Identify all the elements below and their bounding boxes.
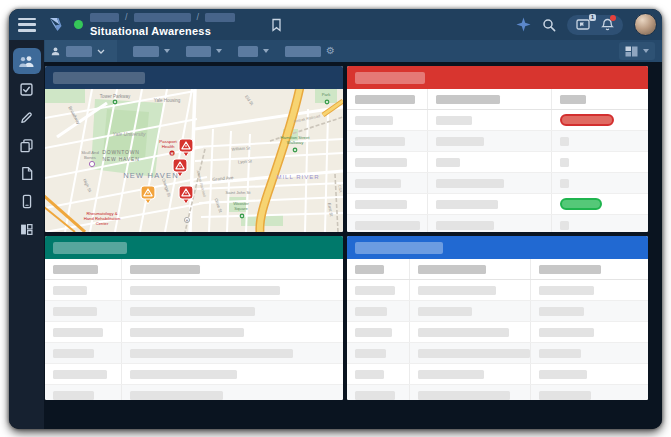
sidebar-item-tasks[interactable] [13, 76, 41, 102]
cell-value-placeholder [418, 286, 496, 295]
cell-value-placeholder [418, 391, 510, 400]
sidebar-item-edit[interactable] [13, 104, 41, 130]
sidebar-item-dashboard[interactable] [13, 216, 41, 242]
breadcrumb-item-placeholder[interactable] [134, 13, 191, 22]
table-row[interactable] [347, 280, 648, 301]
table-cell [552, 110, 648, 130]
table-cell [122, 301, 343, 321]
table-row[interactable] [45, 280, 343, 301]
table-cell [410, 322, 530, 342]
brand-logo-icon[interactable] [48, 15, 67, 34]
cell-value-placeholder [355, 370, 384, 379]
caret-down-icon [164, 49, 170, 53]
layout-selector-button[interactable] [619, 42, 655, 60]
filter-dropdown[interactable] [186, 46, 222, 57]
table-cell [531, 343, 648, 363]
sidebar-item-copy[interactable] [13, 132, 41, 158]
column-header-placeholder [355, 265, 384, 274]
table-row[interactable] [45, 301, 343, 322]
breadcrumb-item-placeholder[interactable] [90, 13, 119, 22]
search-icon[interactable] [542, 18, 556, 32]
filter-dropdown[interactable] [238, 46, 269, 57]
breadcrumb[interactable]: / / [90, 13, 235, 22]
table-row[interactable] [347, 385, 648, 400]
column-header[interactable] [552, 89, 648, 109]
compass-icon[interactable] [516, 17, 531, 32]
map-container[interactable]: H H Tower ParkwayYale HousingBroadwayYal… [45, 89, 343, 232]
table-row[interactable] [347, 194, 648, 215]
breadcrumb-separator: / [125, 13, 128, 22]
table-row[interactable] [347, 343, 648, 364]
column-header[interactable] [347, 89, 428, 109]
map-label: Tower Parkway [100, 94, 131, 99]
column-header[interactable] [531, 259, 648, 279]
panel-title-placeholder [355, 242, 443, 254]
copy-icon [19, 138, 34, 153]
table-row[interactable] [45, 364, 343, 385]
table-cell [428, 215, 551, 232]
table-row[interactable] [347, 110, 648, 131]
menu-icon[interactable] [18, 18, 36, 32]
table-cell [428, 152, 551, 172]
sidebar-item-mobile[interactable] [13, 188, 41, 214]
gear-icon[interactable]: ⚙ [326, 46, 335, 56]
caret-down-icon [216, 49, 222, 53]
messages-icon[interactable]: 1 [576, 18, 591, 31]
user-context-select[interactable] [45, 40, 117, 62]
cell-value-placeholder [53, 328, 103, 337]
table-cell [122, 280, 343, 300]
status-square-placeholder [560, 179, 569, 188]
breadcrumb-item-placeholder[interactable] [205, 13, 235, 22]
selected-user-placeholder [66, 46, 92, 57]
table-row[interactable] [347, 301, 648, 322]
column-header[interactable] [347, 259, 410, 279]
table-row[interactable] [347, 131, 648, 152]
column-header[interactable] [45, 259, 122, 279]
cell-value-placeholder [130, 349, 293, 358]
table-cell [410, 280, 530, 300]
cell-value-placeholder [539, 286, 594, 295]
cell-value-placeholder [355, 328, 392, 337]
cell-value-placeholder [418, 370, 484, 379]
column-header[interactable] [410, 259, 530, 279]
cell-value-placeholder [436, 137, 484, 146]
bookmark-icon[interactable] [271, 18, 282, 32]
table-header-row [347, 259, 648, 280]
refresh-control[interactable]: ⚙ [285, 46, 335, 57]
sidebar-item-users[interactable] [13, 48, 41, 74]
table-cell [428, 131, 551, 151]
panel-title-placeholder [355, 72, 425, 84]
table-cell [45, 385, 122, 400]
table-row[interactable] [45, 322, 343, 343]
teal-panel-header [45, 236, 343, 259]
table-row[interactable] [45, 385, 343, 400]
user-avatar[interactable] [634, 13, 657, 36]
bell-icon[interactable] [601, 18, 614, 32]
map-label: Square [234, 206, 248, 211]
table-row[interactable] [347, 152, 648, 173]
status-badge-green [560, 198, 602, 210]
column-header[interactable] [428, 89, 551, 109]
table-cell [45, 343, 122, 363]
cell-value-placeholder [355, 158, 407, 167]
cell-value-placeholder [355, 200, 407, 209]
table-cell [552, 173, 648, 193]
cell-value-placeholder [539, 307, 584, 316]
table-row[interactable] [347, 364, 648, 385]
map-label: NEW HAVEN [102, 156, 139, 162]
table-row[interactable] [347, 322, 648, 343]
left-sidebar [9, 40, 44, 429]
table-cell [531, 322, 648, 342]
sidebar-item-files[interactable] [13, 160, 41, 186]
table-row[interactable] [45, 343, 343, 364]
table-cell [410, 301, 530, 321]
breadcrumb-separator: / [197, 13, 200, 22]
filter-dropdown[interactable] [133, 46, 170, 57]
column-header[interactable] [122, 259, 343, 279]
table-row[interactable] [347, 215, 648, 232]
table-cell [347, 385, 410, 400]
blue-list-panel [347, 236, 648, 400]
bell-alert-dot [610, 15, 616, 21]
table-row[interactable] [347, 173, 648, 194]
messages-badge: 1 [589, 14, 596, 21]
